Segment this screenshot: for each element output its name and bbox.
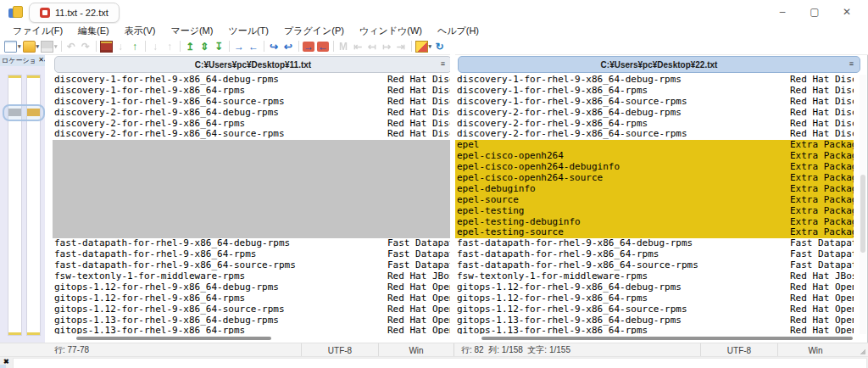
repo-name-cell: Red Hat Disc xyxy=(790,86,854,97)
menu-help[interactable]: ヘルプ(H) xyxy=(430,24,487,38)
menu-plugins[interactable]: プラグイン(P) xyxy=(276,24,352,38)
repo-id-cell: epel-source xyxy=(457,195,519,206)
left-line-info: 行: 77-78 xyxy=(0,343,301,357)
dropdown-arrow-icon[interactable]: ▾ xyxy=(36,43,40,49)
move-first-button[interactable]: ⇤ xyxy=(351,39,365,54)
dropdown-arrow-icon[interactable]: ▾ xyxy=(54,43,58,49)
repo-name-cell: Red Hat Disc xyxy=(790,119,854,130)
pane-menu-icon[interactable]: ≡ xyxy=(849,59,854,68)
right-editor[interactable]: discovery-1-for-rhel-9-x86_64-debug-rpms… xyxy=(455,75,854,334)
prev-conflict-icon: ↑ xyxy=(167,42,172,52)
left-editor[interactable]: discovery-1-for-rhel-9-x86_64-debug-rpms… xyxy=(53,75,450,334)
next-diff-button[interactable]: ↓ xyxy=(114,39,128,54)
repo-name-cell: Extra Packag xyxy=(790,162,854,173)
left-eol-style[interactable]: Win xyxy=(378,343,453,357)
menu-view[interactable]: 表示(V) xyxy=(117,24,164,38)
current-diff-button[interactable]: ⇕ xyxy=(198,39,212,54)
last-diff-button[interactable]: ↧ xyxy=(212,39,226,54)
plugin-button[interactable]: ▾ xyxy=(415,39,433,54)
move-next-button[interactable]: ↦ xyxy=(380,39,394,54)
editor-row: gitops-1.12-for-rhel-9-x86_64-source-rpm… xyxy=(455,304,854,315)
tool-bar: ▾▾▾↶↷↓↑↓↑↥⇕↧→←↪↩→←M⇤↤↦⇥▾↻ xyxy=(0,38,868,55)
visible-area-indicator[interactable] xyxy=(3,104,45,121)
editor-row xyxy=(53,217,450,228)
rescan-button[interactable] xyxy=(99,39,114,54)
repo-name-cell: Fast Datapat xyxy=(387,260,450,271)
close-button[interactable]: ✕ xyxy=(831,0,863,24)
left-encoding[interactable]: UTF-8 xyxy=(301,343,378,357)
repo-id-cell: gitops-1.13-for-rhel-9-x86_64-rpms xyxy=(54,326,245,334)
menu-window[interactable]: ウィンドウ(W) xyxy=(352,24,430,38)
right-horizontal-scrollbar[interactable] xyxy=(455,335,854,343)
scrollbar-thumb[interactable] xyxy=(481,337,853,340)
new-button[interactable]: ▾ xyxy=(3,39,22,54)
repo-id-cell: epel xyxy=(457,140,480,151)
copy-all-left-button[interactable]: ← xyxy=(316,39,331,54)
vertical-scrollbar[interactable] xyxy=(860,75,866,334)
right-eol-style[interactable]: Win xyxy=(777,343,853,357)
right-line-info: 行: 82 列: 1/158 文字: 1/155 xyxy=(454,343,700,357)
left-pane-header[interactable]: C:¥Users¥pc¥Desktop¥11.txt ≡ xyxy=(54,56,452,73)
editor-row xyxy=(53,195,450,206)
right-pane-header[interactable]: C:¥Users¥pc¥Desktop¥22.txt ≡ xyxy=(458,56,860,73)
repo-name-cell: Red Hat Open xyxy=(790,282,854,293)
refresh-button[interactable]: ↻ xyxy=(432,39,447,54)
copy-all-right-button[interactable]: → xyxy=(302,39,316,54)
first-diff-button[interactable]: ↥ xyxy=(183,39,198,54)
editor-row: gitops-1.13-for-rhel-9-x86_64-rpmsRed Ha… xyxy=(53,326,450,334)
repo-id-cell: fast-datapath-for-rhel-9-x86_64-source-r… xyxy=(457,260,698,271)
repo-id-cell: discovery-1-for-rhel-9-x86_64-debug-rpms xyxy=(457,75,682,86)
bottom-strip: ✖ xyxy=(0,356,868,368)
repo-id-cell: fsw-textonly-1-for-middleware-rpms xyxy=(457,271,648,282)
repo-id-cell: gitops-1.13-for-rhel-9-x86_64-rpms xyxy=(457,326,648,334)
scrollbar-thumb[interactable] xyxy=(860,175,865,253)
menu-file[interactable]: ファイル(F) xyxy=(5,24,70,38)
menu-tools[interactable]: ツール(T) xyxy=(220,24,276,38)
toolbar-separator xyxy=(333,41,334,52)
scrollbar-thumb[interactable] xyxy=(76,337,271,340)
editor-row: fsw-textonly-1-for-middleware-rpmsRed Ha… xyxy=(53,271,450,282)
dropdown-arrow-icon[interactable]: ▾ xyxy=(18,43,21,49)
editor-row: discovery-1-for-rhel-9-x86_64-rpmsRed Ha… xyxy=(53,86,450,97)
prev-conflict-button[interactable]: ↑ xyxy=(163,39,177,54)
repo-name-cell: Red Hat Disc xyxy=(387,97,450,108)
repo-id-cell: epel-cisco-openh264 xyxy=(457,151,564,162)
repo-id-cell: fast-datapath-for-rhel-9-x86_64-debug-rp… xyxy=(457,238,693,249)
move-last-button[interactable]: ⇥ xyxy=(394,39,409,54)
editor-row: gitops-1.13-for-rhel-9-x86_64-debug-rpms… xyxy=(53,315,450,326)
editor-row: discovery-2-for-rhel-9-x86_64-debug-rpms… xyxy=(455,108,854,119)
right-encoding[interactable]: UTF-8 xyxy=(700,343,777,357)
pane-menu-icon[interactable]: ≡ xyxy=(441,59,445,68)
redo-button[interactable]: ↷ xyxy=(79,39,93,54)
repo-name-cell: Red Hat Disc xyxy=(790,129,854,140)
open-button[interactable]: ▾ xyxy=(22,39,41,54)
copy-left-advance-button[interactable]: ↩ xyxy=(281,39,296,54)
diff-tick-bottom xyxy=(27,332,40,335)
resize-grip[interactable] xyxy=(853,343,868,357)
undo-button[interactable]: ↶ xyxy=(64,39,79,54)
minimize-button[interactable]: – xyxy=(766,0,798,24)
copy-right-button[interactable]: → xyxy=(232,39,247,54)
copy-left-button[interactable]: ← xyxy=(247,39,261,54)
menu-edit[interactable]: 編集(E) xyxy=(70,24,117,38)
auto-merge-button[interactable]: M xyxy=(337,39,351,54)
diff-tick-top xyxy=(8,75,21,78)
save-button[interactable]: ▾ xyxy=(40,39,58,54)
editor-row: fsw-textonly-1-for-middleware-rpmsRed Ha… xyxy=(455,271,854,282)
redo-icon: ↷ xyxy=(81,42,90,52)
left-horizontal-scrollbar[interactable] xyxy=(53,335,450,343)
copy-right-advance-button[interactable]: ↪ xyxy=(267,39,281,54)
location-pane-close-icon[interactable]: ✕ xyxy=(36,57,44,64)
toolbar-separator xyxy=(264,41,264,52)
maximize-button[interactable]: ▢ xyxy=(798,0,831,24)
prev-diff-button[interactable]: ↑ xyxy=(128,39,142,54)
repo-name-cell: Extra Packag xyxy=(790,206,854,217)
prev-diff-icon: ↑ xyxy=(132,42,137,52)
repo-id-cell: discovery-1-for-rhel-9-x86_64-rpms xyxy=(457,86,648,97)
document-tab[interactable]: 11.txt - 22.txt xyxy=(29,3,120,23)
move-prev-button[interactable]: ↤ xyxy=(365,39,380,54)
next-conflict-button[interactable]: ↓ xyxy=(148,39,163,54)
location-pane: ロケーションペイン ✕ xyxy=(0,54,45,343)
menu-merge[interactable]: マージ(M) xyxy=(163,24,220,38)
dropdown-arrow-icon[interactable]: ▾ xyxy=(429,43,432,49)
